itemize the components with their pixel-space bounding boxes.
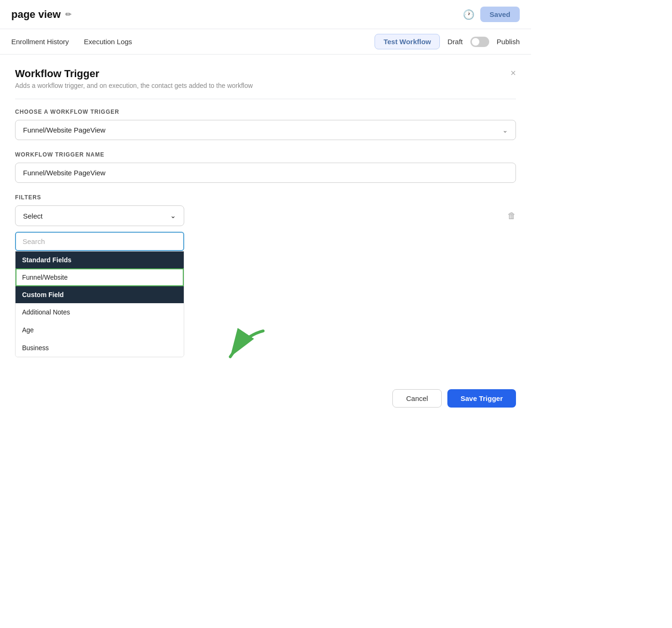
filter-select-value: Select: [23, 212, 43, 220]
save-trigger-button[interactable]: Save Trigger: [447, 389, 516, 408]
custom-field-header: Custom Field: [16, 286, 184, 303]
nav-right: Test Workflow Draft Publish: [375, 34, 520, 49]
cancel-button[interactable]: Cancel: [392, 389, 442, 408]
toggle-track[interactable]: [470, 37, 489, 47]
search-container: [15, 232, 184, 251]
age-item[interactable]: Age: [16, 321, 184, 339]
toggle-thumb: [472, 38, 479, 46]
additional-notes-item[interactable]: Additional Notes: [16, 303, 184, 321]
trigger-title-group: Workflow Trigger Adds a workflow trigger…: [15, 68, 253, 89]
divider: [15, 99, 516, 99]
execution-logs-link[interactable]: Execution Logs: [84, 38, 133, 46]
delete-filter-icon[interactable]: 🗑: [508, 211, 516, 221]
choose-trigger-chevron: ⌄: [502, 126, 508, 134]
trigger-title: Workflow Trigger: [15, 68, 253, 80]
draft-label: Draft: [447, 38, 463, 46]
header-right: 🕐 Saved: [463, 7, 520, 22]
filter-select-dropdown[interactable]: Select ⌄: [15, 205, 184, 226]
standard-fields-header: Standard Fields: [16, 251, 184, 268]
choose-trigger-value: Funnel/Website PageView: [23, 126, 105, 134]
search-input[interactable]: [15, 232, 184, 251]
page-title: page view: [11, 8, 61, 21]
header-left: page view ✏: [11, 8, 71, 21]
saved-button[interactable]: Saved: [480, 7, 520, 22]
choose-trigger-label: CHOOSE A WORKFLOW TRIGGER: [15, 109, 516, 115]
enrollment-history-link[interactable]: Enrollment History: [11, 38, 69, 46]
funnel-website-item[interactable]: Funnel/Website: [16, 268, 184, 286]
top-header: page view ✏ 🕐 Saved: [0, 0, 531, 29]
choose-trigger-dropdown[interactable]: Funnel/Website PageView ⌄: [15, 120, 516, 140]
trigger-header: Workflow Trigger Adds a workflow trigger…: [15, 68, 516, 89]
bottom-actions: Cancel Save Trigger: [0, 380, 531, 417]
dropdown-list: Standard Fields Funnel/Website Custom Fi…: [15, 251, 184, 357]
main-content: Workflow Trigger Adds a workflow trigger…: [0, 55, 531, 370]
filters-row: Select ⌄ 🗑: [15, 205, 516, 226]
filter-chevron: ⌄: [170, 212, 176, 220]
business-item[interactable]: Business: [16, 339, 184, 357]
history-icon[interactable]: 🕐: [463, 9, 475, 20]
nav-bar: Enrollment History Execution Logs Test W…: [0, 29, 531, 55]
test-workflow-button[interactable]: Test Workflow: [375, 34, 440, 49]
draft-publish-toggle[interactable]: [470, 37, 489, 47]
nav-left: Enrollment History Execution Logs: [11, 38, 132, 46]
publish-label: Publish: [497, 38, 520, 46]
trigger-subtitle: Adds a workflow trigger, and on executio…: [15, 82, 253, 89]
edit-icon[interactable]: ✏: [65, 10, 71, 19]
filters-label: FILTERS: [15, 194, 516, 201]
trigger-name-input[interactable]: [15, 163, 516, 183]
close-icon[interactable]: ×: [510, 68, 516, 78]
trigger-name-label: WORKFLOW TRIGGER NAME: [15, 151, 516, 158]
